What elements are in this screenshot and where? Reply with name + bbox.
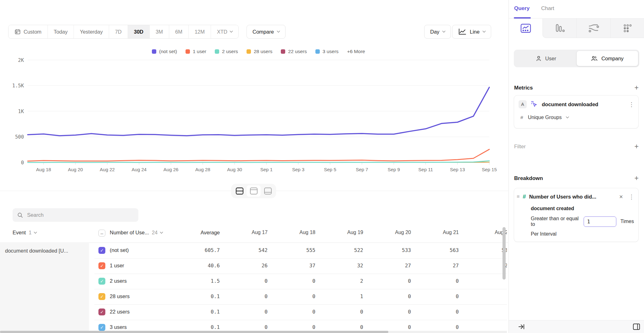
metric-menu-icon[interactable]: ⋮ (629, 101, 635, 107)
chart-type-grid-tab[interactable] (610, 19, 644, 38)
numeric-property-icon: # (523, 193, 526, 200)
breakdown-menu-icon[interactable]: ⋮ (629, 194, 635, 200)
tab-chart[interactable]: Chart (541, 5, 554, 12)
scope-user-option[interactable]: User (515, 51, 577, 66)
tab-query[interactable]: Query (514, 5, 530, 12)
series-line (28, 149, 489, 161)
table-row[interactable]: ✓ 28 users 0.1 001000 (94, 289, 507, 305)
condition-label: Greater than or equal to (531, 216, 580, 227)
compare-button[interactable]: Compare (247, 25, 286, 39)
row-checkbox[interactable]: ✓ (98, 278, 105, 285)
breakdown-property-name: Number of Users who did... (529, 194, 616, 200)
row-average: 1.5 (154, 278, 220, 284)
value-cell: 0 (269, 278, 317, 284)
row-values: 542555522533563535 (221, 247, 507, 253)
chevron-down-icon (34, 230, 37, 233)
search-input[interactable] (27, 212, 134, 218)
value-cell: 0 (412, 293, 460, 299)
value-cell: 27 (412, 263, 460, 269)
row-checkbox[interactable]: ✓ (98, 324, 105, 331)
collapse-right-icon (518, 323, 525, 330)
date-column-header: Aug 18 (269, 230, 317, 235)
value-cell: 27 (364, 263, 412, 269)
range-today-button[interactable]: Today (48, 25, 74, 38)
x-axis-tick-label: Sep 1 (260, 167, 273, 172)
x-axis-tick-label: Aug 22 (100, 167, 115, 172)
add-metric-button[interactable]: + (635, 84, 639, 91)
per-interval-label: Per Interval (531, 231, 634, 237)
range-6m-button[interactable]: 6M (169, 25, 189, 38)
panel-tabs: Query Chart (509, 0, 644, 19)
add-filter-button[interactable]: + (635, 143, 639, 150)
value-cell: 0 (317, 324, 364, 330)
chart-type-bar-tab[interactable] (542, 19, 576, 38)
x-axis-tick-label: Aug 18 (36, 167, 51, 172)
table-row[interactable]: ✓ (not set) 605.7 542555522533563535 (94, 243, 507, 259)
top-panel-icon (250, 187, 258, 195)
value-cell: 563 (412, 247, 460, 253)
chart-area[interactable]: 2K1.5K1K5000Aug 18Aug 20Aug 22Aug 24Aug … (0, 53, 509, 176)
select-all-checkbox[interactable]: – (98, 230, 105, 237)
row-label: 1 user (110, 263, 124, 269)
y-axis-tick-label: 2K (18, 57, 24, 63)
table-row[interactable]: ✓ 1 user 40.6 263732272728 (94, 259, 507, 274)
range-12m-button[interactable]: 12M (189, 25, 211, 38)
layout-bottom-panel-button[interactable] (261, 185, 275, 197)
value-cell: 37 (269, 263, 317, 269)
value-cell: 2 (317, 278, 364, 284)
scope-toggle: User Company (514, 50, 639, 67)
chevron-down-icon (277, 30, 280, 33)
collapse-panel-button[interactable] (518, 323, 525, 331)
chart-type-dropdown[interactable]: Line (452, 25, 491, 39)
split-view-button[interactable] (632, 323, 641, 332)
layout-split-horizontal-button[interactable] (232, 185, 247, 197)
row-values: 263732272728 (221, 263, 507, 269)
row-average: 605.7 (154, 247, 220, 253)
event-column-header[interactable]: Event 1 (13, 230, 36, 236)
chart-type-tabs (509, 19, 644, 38)
metric-card[interactable]: A document downloaded ⋮ # Unique Groups (514, 95, 639, 128)
add-breakdown-button[interactable]: + (635, 175, 639, 182)
filter-section-header: Filter + (514, 143, 639, 150)
range-7d-button[interactable]: 7D (109, 25, 128, 38)
value-cell: 1 (317, 293, 364, 299)
breakdown-card[interactable]: ≡ # Number of Users who did... × ⋮ docum… (514, 188, 639, 242)
range-xtd-button[interactable]: XTD (211, 25, 238, 38)
close-icon[interactable]: × (619, 194, 623, 200)
row-checkbox[interactable]: ✓ (98, 308, 105, 315)
table-row[interactable]: ✓ 22 users 0.1 000000 (94, 305, 507, 320)
chart-type-line-tab[interactable] (509, 19, 542, 38)
chart-type-flow-tab[interactable] (576, 19, 610, 38)
range-30d-button[interactable]: 30D (128, 25, 150, 38)
range-3m-button[interactable]: 3M (150, 25, 169, 38)
value-cell: 0 (221, 278, 269, 284)
interval-dropdown[interactable]: Day (424, 25, 451, 39)
scope-company-option[interactable]: Company (577, 51, 638, 66)
user-icon (536, 55, 542, 62)
condition-value-input[interactable] (584, 216, 616, 227)
range-yesterday-button[interactable]: Yesterday (74, 25, 109, 38)
row-checkbox[interactable]: ✓ (98, 247, 105, 254)
layout-top-panel-button[interactable] (247, 185, 261, 197)
row-checkbox[interactable]: ✓ (98, 293, 105, 300)
layout-toggle (231, 184, 276, 198)
drag-handle-icon[interactable]: ≡ (517, 194, 519, 199)
chevron-down-icon (483, 30, 486, 33)
timeseries-chart[interactable]: 2K1.5K1K5000Aug 18Aug 20Aug 22Aug 24Aug … (0, 53, 509, 176)
x-axis-tick-label: Sep 3 (292, 167, 304, 172)
range-custom-button[interactable]: Custom (8, 25, 48, 38)
date-column-header: Aug 19 (317, 230, 364, 235)
value-cell: 555 (269, 247, 317, 253)
value-cell: 0 (460, 324, 507, 330)
metric-measure-selector[interactable]: # Unique Groups (520, 115, 569, 120)
row-average: 40.6 (154, 263, 220, 269)
hash-icon: # (520, 115, 523, 120)
y-axis-tick-label: 1.5K (12, 83, 24, 89)
table-row[interactable]: ✓ 2 users 1.5 002001 (94, 274, 507, 289)
x-axis-tick-label: Aug 24 (132, 167, 147, 172)
table-horizontal-scrollbar[interactable] (0, 331, 388, 333)
condition-unit: Times (620, 219, 634, 224)
table-vertical-scrollbar[interactable] (502, 227, 506, 280)
row-checkbox[interactable]: ✓ (98, 262, 105, 269)
metric-event-name: document downloaded (542, 101, 625, 107)
